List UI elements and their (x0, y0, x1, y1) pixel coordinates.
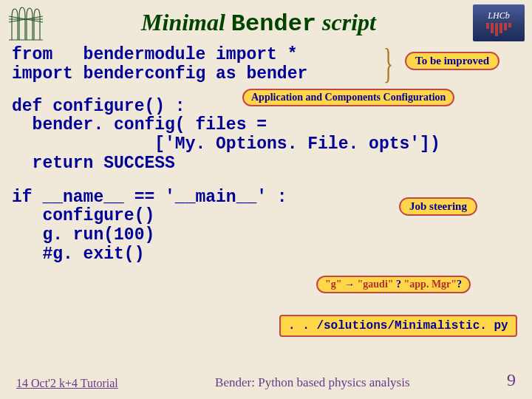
header: Minimal Bender script LHCb (0, 0, 532, 43)
lhcb-logo-icon: LHCb (473, 4, 525, 41)
brace-icon: } (383, 43, 393, 84)
tag-g-meaning: "g" → "gaudi" ? "app. Mgr"? (316, 276, 471, 293)
footer-date: 14 Oct'2 k+4 Tutorial (16, 377, 118, 390)
lhcb-text: LHCb (488, 10, 509, 21)
footer-title: Bender: Python based physics analysis (118, 375, 507, 390)
g-a: "g" (325, 279, 342, 290)
footer: 14 Oct'2 k+4 Tutorial Bender: Python bas… (0, 370, 532, 390)
title-mono: Bender (231, 10, 316, 38)
code-configure: def configure() : bender. config( files … (12, 98, 520, 174)
g-arrow: → (342, 279, 358, 290)
slide-title: Minimal Bender script (56, 9, 461, 38)
g-d: ? (457, 279, 462, 290)
content: } from bendermodule import * import bend… (0, 43, 532, 265)
g-c: "app. Mgr" (404, 279, 457, 290)
tag-to-be-improved: To be improved (405, 52, 499, 70)
tag-job-steering: Job steering (399, 197, 477, 216)
tag-app-config: Application and Components Configuration (242, 89, 454, 106)
page-number: 9 (507, 370, 516, 390)
title-post: script (316, 9, 376, 35)
g-b: "gaudi" (358, 279, 394, 290)
lhcb-bars-icon (486, 23, 511, 36)
tag-solution-path: . . /solutions/Minimalistic. py (279, 315, 517, 337)
logo-left-icon (7, 4, 44, 41)
title-pre: Minimal (141, 9, 231, 35)
g-q: ? (394, 279, 404, 290)
